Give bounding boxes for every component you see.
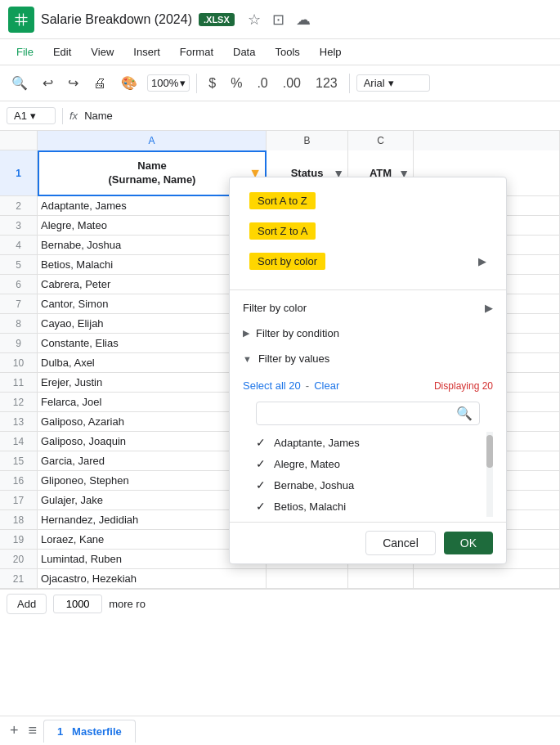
decimal-increase-btn[interactable]: .00 — [278, 73, 306, 94]
filter-search-box[interactable]: 🔍 — [256, 402, 480, 425]
cloud-icon[interactable]: ☁ — [296, 11, 311, 29]
filter-values-expand-icon: ▼ — [243, 354, 252, 364]
print-btn[interactable]: 🖨 — [88, 73, 111, 94]
zoom-select[interactable]: 100% ▾ — [147, 74, 190, 92]
ok-button[interactable]: OK — [444, 532, 493, 554]
scrollbar-thumb[interactable] — [486, 435, 493, 468]
add-button[interactable]: Add — [7, 594, 47, 614]
filter-item-2: Alegre, Mateo — [274, 458, 340, 470]
cell-reference[interactable]: A1 ▾ — [7, 107, 56, 124]
row-num-6: 6 — [0, 275, 38, 294]
fx-icon: fx — [69, 110, 78, 122]
corner-cell — [0, 131, 38, 150]
undo-btn[interactable]: ↩ — [38, 72, 58, 94]
masterfile-tab[interactable]: 1 Masterfile — [43, 720, 136, 743]
title-icons: ☆ ⊡ ☁ — [248, 11, 311, 29]
cell-21-b[interactable] — [267, 569, 348, 588]
col-header-row: A B C — [0, 131, 560, 150]
main-content: A B C 1 Name (Surname, Name) ▼ Status ▼ … — [0, 131, 560, 589]
cancel-button[interactable]: Cancel — [365, 531, 436, 555]
number-format-btn[interactable]: 123 — [311, 73, 343, 94]
percent-btn[interactable]: % — [226, 73, 247, 94]
sort-by-color-btn[interactable]: Sort by color ▶ — [243, 248, 493, 275]
divider-1 — [230, 289, 506, 290]
sheet-menu-btn[interactable]: ≡ — [25, 719, 41, 743]
filter-by-condition-btn[interactable]: ▶ Filter by condition — [230, 321, 506, 346]
menu-tools[interactable]: Tools — [267, 43, 307, 61]
cell-21-d — [414, 569, 560, 588]
paint-btn[interactable]: 🎨 — [116, 72, 142, 94]
sort-z-to-a-btn[interactable]: Sort Z to A — [243, 218, 493, 245]
check-icon-4: ✓ — [256, 500, 266, 513]
col-header-d[interactable] — [414, 131, 560, 150]
decimal-decrease-btn[interactable]: .0 — [252, 73, 272, 94]
sheet-tabs: + ≡ 1 Masterfile — [0, 716, 560, 745]
toolbar-separator — [196, 74, 197, 93]
row-num-18: 18 — [0, 510, 38, 529]
row-num-14: 14 — [0, 432, 38, 451]
app-title: Salarie Breakdown (2024) — [41, 12, 192, 27]
redo-btn[interactable]: ↪ — [63, 72, 83, 94]
list-item[interactable]: ✓ Bernabe, Joshua — [243, 474, 493, 496]
filter-condition-expand-icon: ▶ — [243, 328, 249, 339]
tab-name: Masterfile — [72, 725, 122, 738]
add-row-bar: Add more ro — [0, 589, 560, 618]
row-num-15: 15 — [0, 451, 38, 470]
filter-item-3: Bernabe, Joshua — [274, 479, 354, 491]
menu-data[interactable]: Data — [225, 43, 263, 61]
filter-by-values-btn[interactable]: ▼ Filter by values — [230, 346, 506, 371]
scrollbar[interactable] — [486, 432, 493, 517]
star-icon[interactable]: ☆ — [248, 11, 261, 29]
more-rows-text: more ro — [109, 598, 146, 610]
add-sheet-btn[interactable]: + — [7, 719, 22, 743]
add-count-input[interactable] — [53, 595, 102, 613]
sort-a-to-z-btn[interactable]: Sort A to Z — [243, 187, 493, 214]
check-icon-2: ✓ — [256, 457, 266, 470]
select-all-link[interactable]: Select all 20 — [243, 379, 301, 392]
title-bar: Salarie Breakdown (2024) .XLSX ☆ ⊡ ☁ — [0, 0, 560, 39]
row-num-12: 12 — [0, 393, 38, 411]
zoom-value: 100% — [151, 77, 178, 89]
filter-by-color-btn[interactable]: Filter by color ▶ — [230, 295, 506, 321]
menu-insert[interactable]: Insert — [125, 43, 168, 61]
col-header-a[interactable]: A — [38, 131, 267, 150]
list-item[interactable]: ✓ Betios, Malachi — [243, 496, 493, 517]
font-select[interactable]: Arial ▾ — [356, 74, 430, 92]
filter-panel: Sort A to Z Sort Z to A Sort by color ▶ … — [229, 177, 507, 564]
col-header-c[interactable]: C — [348, 131, 414, 150]
row-num-9: 9 — [0, 334, 38, 352]
menu-edit[interactable]: Edit — [45, 43, 79, 61]
clear-link[interactable]: Clear — [314, 379, 339, 392]
filter-actions: Cancel OK — [230, 522, 506, 563]
row-num-5: 5 — [0, 255, 38, 274]
formula-bar: A1 ▾ fx Name — [0, 101, 560, 131]
sort-z-to-a-label: Sort Z to A — [249, 222, 316, 240]
filter-by-values-label: Filter by values — [258, 352, 329, 365]
menu-bar: File Edit View Insert Format Data Tools … — [0, 39, 560, 65]
check-icon-3: ✓ — [256, 478, 266, 491]
cell-ref-value: A1 — [14, 110, 27, 122]
toolbar-separator-2 — [349, 74, 350, 93]
row-num-8: 8 — [0, 314, 38, 333]
header-name-line1: Name — [137, 159, 166, 173]
search-toolbar-btn[interactable]: 🔍 — [7, 72, 33, 94]
filter-search-input[interactable] — [263, 407, 450, 420]
menu-format[interactable]: Format — [172, 43, 222, 61]
menu-file[interactable]: File — [8, 43, 42, 61]
currency-btn[interactable]: $ — [204, 73, 221, 94]
menu-help[interactable]: Help — [311, 43, 350, 61]
sort-section: Sort A to Z Sort Z to A Sort by color ▶ — [230, 177, 506, 285]
font-name: Arial — [364, 77, 385, 89]
list-item[interactable]: ✓ Alegre, Mateo — [243, 453, 493, 474]
cell-21-a[interactable]: Ojacastro, Hezekiah — [38, 569, 267, 588]
tab-number: 1 — [57, 725, 63, 738]
cell-21-c[interactable] — [348, 569, 414, 588]
filter-values-section: Select all 20 - Clear Displaying 20 🔍 ✓ … — [230, 371, 506, 522]
list-item[interactable]: ✓ Adaptante, James — [243, 432, 493, 453]
folder-icon[interactable]: ⊡ — [272, 11, 284, 29]
menu-view[interactable]: View — [83, 43, 122, 61]
col-header-b[interactable]: B — [267, 131, 348, 150]
search-icon: 🔍 — [456, 406, 473, 421]
header-name-line2: (Surname, Name) — [109, 173, 196, 187]
formula-content[interactable]: Name — [84, 110, 553, 122]
